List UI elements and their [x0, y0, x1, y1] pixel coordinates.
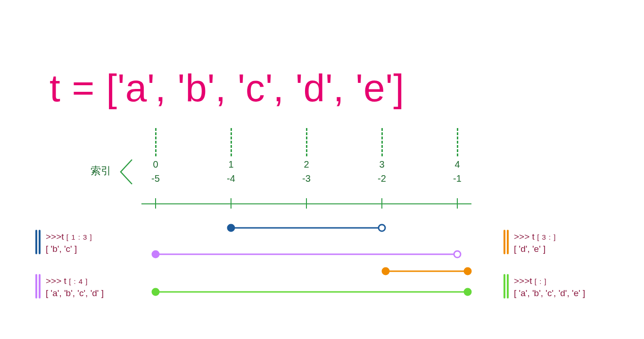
axis-tick-4 [457, 198, 458, 209]
seg-1-3-filled-dot [228, 225, 234, 231]
result: [ 'a', 'b', 'c', 'd' ] [46, 288, 104, 298]
slice-expr: [ : ] [535, 277, 547, 285]
index-bracket-icon [118, 158, 137, 186]
index-connector-4 [457, 128, 458, 156]
code-bar-icon [507, 274, 509, 299]
code-bar-icon [507, 230, 509, 254]
axis-tick-3 [381, 198, 382, 209]
negative-index-2: -3 [297, 173, 316, 184]
seg-3-e-filled-dot [382, 268, 389, 274]
result: [ 'a', 'b', 'c', 'd', 'e' ] [514, 288, 585, 298]
seg-3-e-filled-dot [464, 268, 471, 274]
negative-index-0: -5 [146, 173, 165, 184]
axis-tick-2 [306, 198, 307, 209]
negative-index-1: -4 [222, 173, 240, 184]
axis-tick-0 [155, 198, 156, 209]
code-bar-icon [504, 230, 505, 254]
negative-index-3: -2 [372, 173, 391, 184]
index-connector-1 [231, 128, 232, 156]
positive-index-0: 0 [146, 159, 165, 170]
prompt-var: >>> t [514, 232, 535, 242]
code-bar-icon [35, 274, 37, 299]
prompt: >>> [514, 276, 529, 286]
slice-expr: [ 3 : ] [537, 233, 556, 241]
code-example-2: >>> t [ : 4 ] [ 'a', 'b', 'c', 'd' ] [46, 275, 104, 299]
code-bar-icon [504, 274, 505, 299]
code-bar-icon [39, 274, 41, 299]
axis-tick-1 [231, 198, 231, 209]
slice-expr: [ 1 : 3 ] [66, 233, 92, 241]
index-connector-0 [155, 128, 157, 156]
seg-0-4-filled-dot [152, 251, 159, 258]
negative-index-4: -1 [448, 173, 467, 184]
positive-index-1: 1 [222, 159, 240, 170]
prompt-var: >>> t [46, 276, 66, 286]
slice-expr: [ : 4 ] [69, 277, 88, 285]
positive-index-4: 4 [448, 159, 467, 170]
result: [ 'd', 'e' ] [514, 244, 545, 254]
code-example-4: >>>t [ : ] [ 'a', 'b', 'c', 'd', 'e' ] [514, 275, 585, 299]
seg-full-filled-dot [464, 289, 471, 295]
index-connector-3 [381, 128, 383, 156]
seg-0-4-open-dot [454, 251, 461, 258]
index-label: 索引 [91, 164, 111, 178]
code-bar-icon [39, 230, 41, 254]
positive-index-3: 3 [372, 159, 391, 170]
code-example-3: >>> t [ 3 : ] [ 'd', 'e' ] [514, 231, 556, 255]
prompt: >>> [46, 232, 61, 242]
seg-1-3-open-dot [379, 225, 385, 231]
var: t [529, 276, 532, 286]
result: [ 'b', 'c' ] [46, 244, 77, 254]
positive-index-2: 2 [297, 159, 316, 170]
code-bar-icon [35, 230, 37, 254]
index-connector-2 [306, 128, 307, 156]
var: t [61, 232, 64, 242]
seg-full-filled-dot [152, 289, 159, 295]
list-definition-title: t = ['a', 'b', 'c', 'd', 'e'] [50, 66, 405, 110]
diagram-stage: t = ['a', 'b', 'c', 'd', 'e'] 0-51-42-33… [0, 0, 644, 339]
code-example-1: >>>t [ 1 : 3 ] [ 'b', 'c' ] [46, 231, 92, 255]
